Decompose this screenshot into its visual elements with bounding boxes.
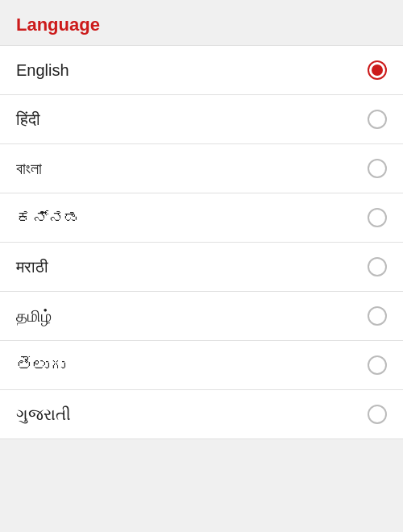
language-label-english: English	[16, 61, 69, 80]
language-label-hindi: हिंदी	[16, 110, 40, 129]
language-settings-page: Language Englishहिंदीবাংলাಕನ್ನಡमराठीதமிழ…	[0, 0, 403, 532]
language-label-gujarati: ગુજરાતી	[16, 405, 71, 424]
page-title: Language	[0, 0, 403, 45]
language-item-hindi[interactable]: हिंदी	[0, 95, 403, 144]
radio-english[interactable]	[368, 60, 387, 80]
language-label-tamil: தமிழ்	[16, 307, 52, 326]
language-item-kannada[interactable]: ಕನ್ನಡ	[0, 193, 403, 243]
radio-kannada[interactable]	[368, 208, 387, 227]
language-item-telugu[interactable]: తెలుగు	[0, 341, 403, 390]
radio-telugu[interactable]	[368, 355, 387, 375]
language-label-marathi: मराठी	[16, 258, 48, 276]
radio-gujarati[interactable]	[368, 405, 387, 424]
radio-bengali[interactable]	[368, 159, 387, 178]
language-label-telugu: తెలుగు	[16, 356, 65, 375]
radio-hindi[interactable]	[368, 110, 387, 129]
language-label-kannada: ಕನ್ನಡ	[16, 209, 81, 227]
language-list: Englishहिंदीবাংলাಕನ್ನಡमराठीதமிழ்తెలుగుગુ…	[0, 45, 403, 439]
language-item-gujarati[interactable]: ગુજરાતી	[0, 390, 403, 439]
language-item-bengali[interactable]: বাংলা	[0, 144, 403, 193]
language-label-bengali: বাংলা	[16, 160, 42, 178]
language-item-marathi[interactable]: मराठी	[0, 243, 403, 292]
radio-tamil[interactable]	[368, 306, 387, 326]
language-item-english[interactable]: English	[0, 45, 403, 95]
radio-marathi[interactable]	[368, 257, 387, 276]
language-item-tamil[interactable]: தமிழ்	[0, 292, 403, 341]
